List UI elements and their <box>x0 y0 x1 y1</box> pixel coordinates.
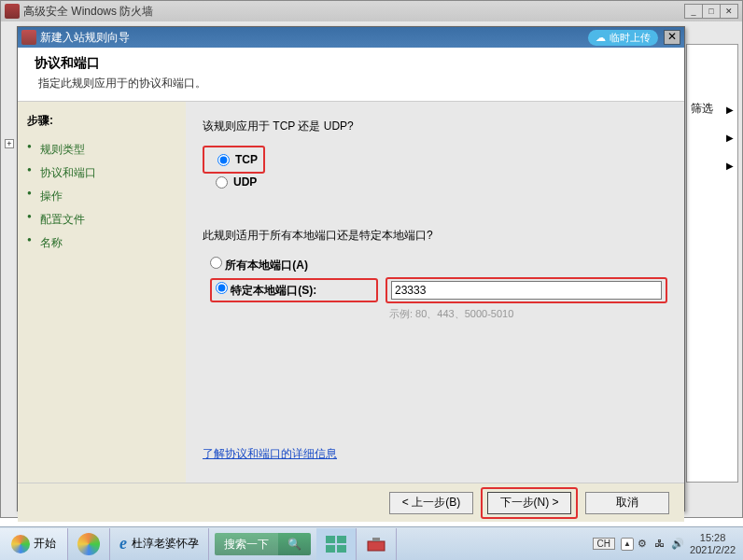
radio-specific-ports-row: 特定本地端口(S): <box>210 275 667 305</box>
search-icon: 🔍 <box>278 538 311 551</box>
taskbar: 开始 杜淳老婆怀孕 搜索一下 🔍 CH ▲ ⚙ 🖧 🔊 15:28 2021/2… <box>0 526 743 560</box>
wizard-icon <box>21 30 36 45</box>
tray-icons: ▲ ⚙ 🖧 🔊 <box>621 538 684 551</box>
step-name[interactable]: 名称 <box>27 231 176 255</box>
taskbar-search[interactable]: 搜索一下 🔍 <box>215 533 311 555</box>
step-profile[interactable]: 配置文件 <box>27 208 176 231</box>
svg-rect-3 <box>337 545 346 553</box>
highlight-port-input <box>386 277 667 303</box>
radio-all-ports[interactable] <box>210 257 222 269</box>
parent-title-text: 高级安全 Windows 防火墙 <box>23 4 153 20</box>
volume-icon[interactable]: 🔊 <box>671 538 684 551</box>
tree-expand-icon[interactable]: + <box>5 139 14 148</box>
steps-heading: 步骤: <box>27 113 176 129</box>
wizard-body: 步骤: 规则类型 协议和端口 操作 配置文件 名称 该规则应用于 TCP 还是 … <box>18 102 684 483</box>
maximize-button[interactable]: □ <box>702 4 721 19</box>
radio-udp-row: UDP <box>216 174 667 190</box>
windows-logo-icon <box>11 535 30 553</box>
toolbox-icon <box>366 536 386 553</box>
system-tray: CH ▲ ⚙ 🖧 🔊 15:28 2021/2/22 <box>585 528 743 560</box>
search-label: 搜索一下 <box>215 533 278 555</box>
highlight-next: 下一步(N) > <box>481 487 578 519</box>
back-button[interactable]: < 上一步(B) <box>389 492 473 514</box>
highlight-specific-ports: 特定本地端口(S): <box>210 278 378 302</box>
label-specific-ports[interactable]: 特定本地端口(S): <box>231 284 316 297</box>
svg-rect-2 <box>326 545 335 553</box>
next-button[interactable]: 下一步(N) > <box>487 492 571 514</box>
wizard-close-button[interactable]: ✕ <box>664 30 680 45</box>
wizard-footer: < 上一步(B) 下一步(N) > 取消 <box>18 483 684 522</box>
cloud-icon: ☁ <box>596 32 606 44</box>
svg-rect-1 <box>337 536 346 543</box>
svg-rect-0 <box>326 536 335 543</box>
step-protocol-ports[interactable]: 协议和端口 <box>27 161 176 185</box>
parent-window-controls: _ □ ✕ <box>685 4 738 19</box>
page-title: 协议和端口 <box>35 55 667 72</box>
close-button[interactable]: ✕ <box>720 4 738 19</box>
clock[interactable]: 15:28 2021/2/22 <box>690 532 736 554</box>
main-pane: 该规则应用于 TCP 还是 UDP? TCP UDP 此规则适用于所有本地端口还… <box>186 102 684 483</box>
protocol-question: 该规则应用于 TCP 还是 UDP? <box>203 119 667 134</box>
parent-titlebar: 高级安全 Windows 防火墙 _ □ ✕ <box>1 1 742 21</box>
start-button[interactable]: 开始 <box>0 528 68 560</box>
cloud-upload-button[interactable]: ☁ 临时上传 <box>588 30 658 46</box>
taskbar-pinned-app[interactable] <box>68 528 110 560</box>
svg-rect-4 <box>368 541 385 551</box>
taskbar-app-2[interactable] <box>357 528 397 560</box>
start-label: 开始 <box>34 536 56 552</box>
taskbar-app-1[interactable] <box>316 528 357 560</box>
ports-group: 此规则适用于所有本地端口还是特定本地端口? 所有本地端口(A) 特定本地端口(S… <box>203 228 667 321</box>
step-action[interactable]: 操作 <box>27 185 176 208</box>
time-text: 15:28 <box>690 532 736 543</box>
tray-icon[interactable]: ⚙ <box>638 538 651 551</box>
network-icon[interactable]: 🖧 <box>654 538 667 551</box>
tray-expand-icon[interactable]: ▲ <box>621 538 634 551</box>
chevron-right-icon[interactable]: ▶ <box>726 161 734 171</box>
cancel-button[interactable]: 取消 <box>585 492 669 514</box>
tiles-icon <box>326 536 346 553</box>
app-icon <box>77 533 100 555</box>
radio-all-ports-row: 所有本地端口(A) <box>210 255 667 275</box>
label-tcp[interactable]: TCP <box>235 153 258 166</box>
wizard-dialog: 新建入站规则向导 ☁ 临时上传 ✕ 协议和端口 指定此规则应用于的协议和端口。 … <box>17 26 685 511</box>
port-input[interactable] <box>391 281 662 300</box>
wizard-titlebar: 新建入站规则向导 ☁ 临时上传 ✕ <box>18 27 684 48</box>
radio-udp[interactable] <box>216 176 228 189</box>
port-example: 示例: 80、443、5000-5010 <box>389 307 667 321</box>
steps-pane: 步骤: 规则类型 协议和端口 操作 配置文件 名称 <box>18 102 186 483</box>
svg-rect-5 <box>372 538 380 541</box>
label-all-ports[interactable]: 所有本地端口(A) <box>225 259 308 272</box>
radio-specific-ports[interactable] <box>216 282 228 294</box>
highlight-tcp: TCP <box>203 146 265 174</box>
firewall-icon <box>5 4 20 19</box>
language-indicator[interactable]: CH <box>593 538 615 550</box>
radio-tcp[interactable] <box>217 154 230 166</box>
taskbar-ie-tab[interactable]: 杜淳老婆怀孕 <box>110 528 209 560</box>
learn-more-link[interactable]: 了解协议和端口的详细信息 <box>203 446 337 462</box>
wizard-title-text: 新建入站规则向导 <box>40 30 130 46</box>
step-rule-type[interactable]: 规则类型 <box>27 138 176 161</box>
chevron-right-icon[interactable]: ▶ <box>726 133 734 143</box>
radio-tcp-row: TCP <box>217 151 258 168</box>
page-subtitle: 指定此规则应用于的协议和端口。 <box>38 76 667 91</box>
ports-question: 此规则适用于所有本地端口还是特定本地端口? <box>203 228 667 244</box>
label-udp[interactable]: UDP <box>233 175 257 189</box>
ie-tab-label: 杜淳老婆怀孕 <box>132 536 199 552</box>
minimize-button[interactable]: _ <box>684 4 703 19</box>
actions-pane: 筛选 ▶ ▶ ▶ <box>686 44 738 483</box>
date-text: 2021/2/22 <box>690 544 736 555</box>
wizard-header: 协议和端口 指定此规则应用于的协议和端口。 <box>18 48 684 102</box>
chevron-right-icon[interactable]: ▶ <box>726 105 734 115</box>
